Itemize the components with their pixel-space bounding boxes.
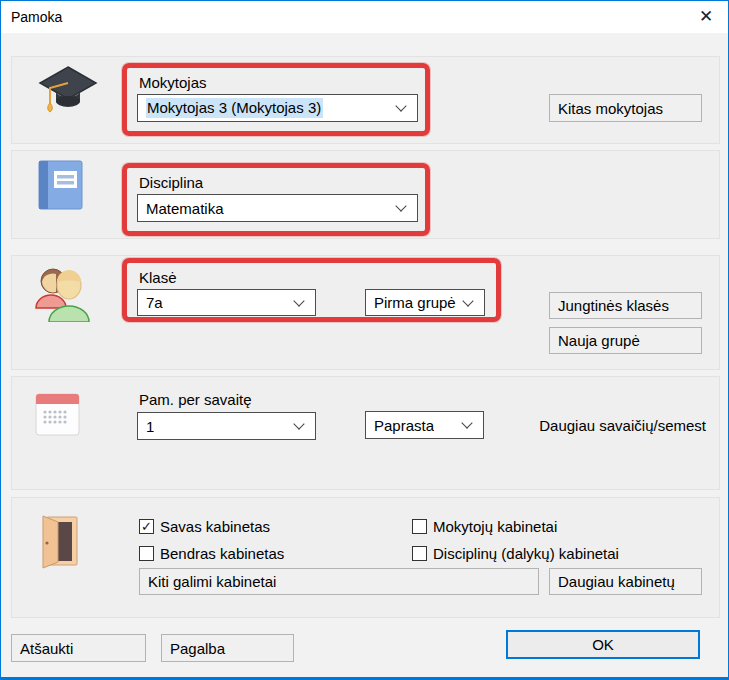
chevron-down-icon [395, 100, 406, 111]
students-icon [32, 266, 96, 326]
subject-dropdown-value: Matematika [146, 200, 224, 217]
weekly-count-dropdown[interactable]: 1 [137, 412, 316, 440]
group-dropdown[interactable]: Pirma grupė [365, 289, 485, 316]
shared-room-checkbox[interactable]: Bendras kabinetas [139, 545, 284, 562]
checkbox-label: Bendras kabinetas [160, 545, 284, 562]
book-icon [37, 159, 84, 215]
teacher-label: Mokytojas [139, 74, 207, 91]
other-rooms-button[interactable]: Kiti galimi kabinetai [139, 568, 539, 595]
teacher-rooms-checkbox[interactable]: Mokytojų kabinetai [412, 518, 557, 535]
weekly-count-value: 1 [146, 418, 154, 435]
cancel-button[interactable]: Atšaukti [11, 634, 146, 662]
more-weeks-link[interactable]: Daugiau savaičių/semest [539, 417, 706, 434]
dialog-title: Pamoka [1, 9, 62, 25]
door-icon [37, 515, 81, 573]
checkbox-box [412, 519, 427, 534]
calendar-icon [34, 391, 81, 442]
new-group-button[interactable]: Nauja grupė [549, 327, 702, 354]
own-room-checkbox[interactable]: ✓ Savas kabinetas [139, 518, 270, 535]
more-rooms-button[interactable]: Daugiau kabinetų [549, 568, 702, 595]
help-button[interactable]: Pagalba [161, 634, 294, 662]
teacher-section: Mokytojas Mokytojas 3 (Mokytojas 3) Kita… [11, 56, 720, 144]
weekly-label: Pam. per savaitę [139, 391, 252, 408]
checkmark-icon: ✓ [141, 520, 152, 533]
chevron-down-icon [395, 200, 406, 211]
checkbox-label: Savas kabinetas [160, 518, 270, 535]
checkbox-box [412, 546, 427, 561]
class-label: Klasė [139, 269, 177, 286]
joint-classes-button[interactable]: Jungtinės klasės [549, 292, 702, 319]
weekly-section: Pam. per savaitę 1 Paprasta Daugiau sava… [11, 376, 720, 490]
rooms-section: ✓ Savas kabinetas Bendras kabinetas Moky… [11, 497, 720, 618]
graduation-cap-icon [37, 65, 99, 121]
class-dropdown-value: 7a [146, 294, 163, 311]
teacher-dropdown-value: Mokytojas 3 (Mokytojas 3) [146, 98, 323, 118]
class-dropdown[interactable]: 7a [137, 289, 316, 316]
checkbox-box [139, 546, 154, 561]
subject-dropdown[interactable]: Matematika [137, 194, 418, 222]
other-teacher-button[interactable]: Kitas mokytojas [549, 94, 702, 122]
group-dropdown-value: Pirma grupė [374, 294, 456, 311]
class-section: Klasė 7a Pirma grupė Jungtinės klasės Na… [11, 255, 720, 370]
chevron-down-icon [293, 418, 304, 429]
chevron-down-icon [293, 295, 304, 306]
lesson-type-dropdown[interactable]: Paprasta [365, 411, 484, 439]
subject-section: Disciplina Matematika [11, 150, 720, 239]
teacher-dropdown[interactable]: Mokytojas 3 (Mokytojas 3) [137, 94, 418, 122]
subject-rooms-checkbox[interactable]: Disciplinų (dalykų) kabinetai [412, 545, 619, 562]
close-icon[interactable]: ✕ [684, 1, 728, 32]
lesson-type-value: Paprasta [374, 417, 434, 434]
subject-label: Disciplina [139, 174, 203, 191]
chevron-down-icon [462, 295, 473, 306]
checkbox-box: ✓ [139, 519, 154, 534]
chevron-down-icon [461, 417, 472, 428]
checkbox-label: Disciplinų (dalykų) kabinetai [433, 545, 619, 562]
ok-button[interactable]: OK [506, 630, 700, 659]
checkbox-label: Mokytojų kabinetai [433, 518, 557, 535]
title-bar: Pamoka [1, 1, 728, 33]
lesson-dialog: Pamoka ✕ Mokytojas Mokytojas 3 (Mokytoja… [0, 0, 729, 680]
